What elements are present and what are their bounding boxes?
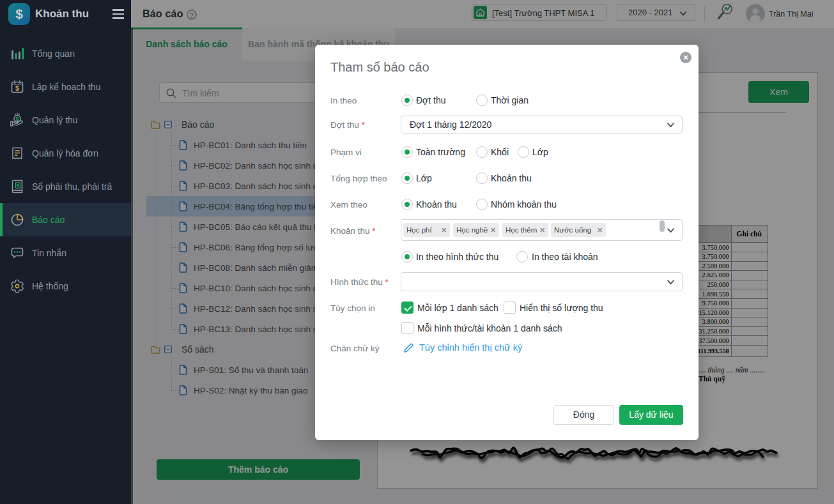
- svg-text:$: $: [16, 116, 19, 122]
- svg-text:$: $: [17, 183, 20, 188]
- svg-text:$: $: [15, 84, 19, 92]
